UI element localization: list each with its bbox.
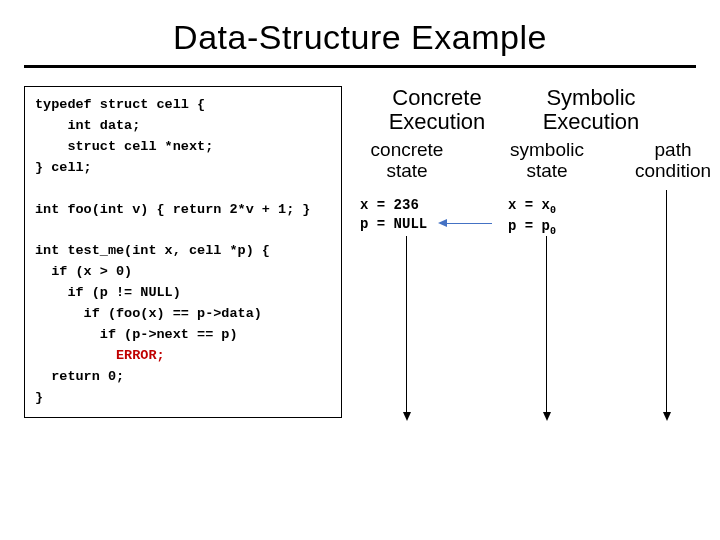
concrete-p: p = NULL xyxy=(360,216,427,232)
path-condition-header: path condition xyxy=(628,140,718,182)
symbolic-state-values: x = x0 p = p0 xyxy=(508,196,556,239)
path-arrow-head xyxy=(663,412,671,421)
symbolic-p: p = p0 xyxy=(508,218,556,234)
path-cond-l1: path xyxy=(655,139,692,160)
concrete-exec-l1: Concrete xyxy=(392,85,481,110)
symbolic-x-pre: x = x xyxy=(508,197,550,213)
concrete-execution-header: Concrete Execution xyxy=(382,86,492,134)
code-line-11: if (foo(x) == p->data) xyxy=(35,306,262,321)
symbolic-exec-l2: Execution xyxy=(543,109,640,134)
concrete-state-l1: concrete xyxy=(371,139,444,160)
symbolic-p-pre: p = p xyxy=(508,218,550,234)
symbolic-arrow-head xyxy=(543,412,551,421)
code-line-2: int data; xyxy=(35,118,140,133)
execution-panel: Concrete Execution Symbolic Execution co… xyxy=(350,86,708,506)
concrete-x: x = 236 xyxy=(360,197,419,213)
concrete-arrow xyxy=(406,236,407,414)
symbolic-x: x = x0 xyxy=(508,197,556,213)
code-line-1: typedef struct cell { xyxy=(35,97,205,112)
symbolic-state-l2: state xyxy=(526,160,567,181)
code-line-13-indent xyxy=(35,348,116,363)
concrete-exec-l2: Execution xyxy=(389,109,486,134)
symbolic-state-header: symbolic state xyxy=(502,140,592,182)
code-line-9: if (x > 0) xyxy=(35,264,132,279)
pointer-arrow xyxy=(446,223,492,224)
path-arrow xyxy=(666,190,667,414)
symbolic-execution-header: Symbolic Execution xyxy=(536,86,646,134)
symbolic-exec-l1: Symbolic xyxy=(546,85,635,110)
code-line-8: int test_me(int x, cell *p) { xyxy=(35,243,270,258)
code-line-4: } cell; xyxy=(35,160,92,175)
code-line-3: struct cell *next; xyxy=(35,139,213,154)
slide-title: Data-Structure Example xyxy=(0,18,720,57)
concrete-arrow-head xyxy=(403,412,411,421)
code-error-token: ERROR; xyxy=(116,348,165,363)
code-line-15: } xyxy=(35,390,43,405)
code-block: typedef struct cell { int data; struct c… xyxy=(24,86,342,418)
concrete-state-header: concrete state xyxy=(362,140,452,182)
concrete-state-l2: state xyxy=(386,160,427,181)
code-line-6: int foo(int v) { return 2*v + 1; } xyxy=(35,202,310,217)
code-line-10: if (p != NULL) xyxy=(35,285,181,300)
concrete-state-values: x = 236 p = NULL xyxy=(360,196,427,234)
symbolic-arrow xyxy=(546,236,547,414)
symbolic-x-sub: 0 xyxy=(550,205,556,216)
symbolic-p-sub: 0 xyxy=(550,226,556,237)
pointer-arrow-head xyxy=(438,219,447,227)
symbolic-state-l1: symbolic xyxy=(510,139,584,160)
content-area: typedef struct cell { int data; struct c… xyxy=(0,68,720,506)
code-line-14: return 0; xyxy=(35,369,124,384)
path-cond-l2: condition xyxy=(635,160,711,181)
code-line-12: if (p->next == p) xyxy=(35,327,238,342)
